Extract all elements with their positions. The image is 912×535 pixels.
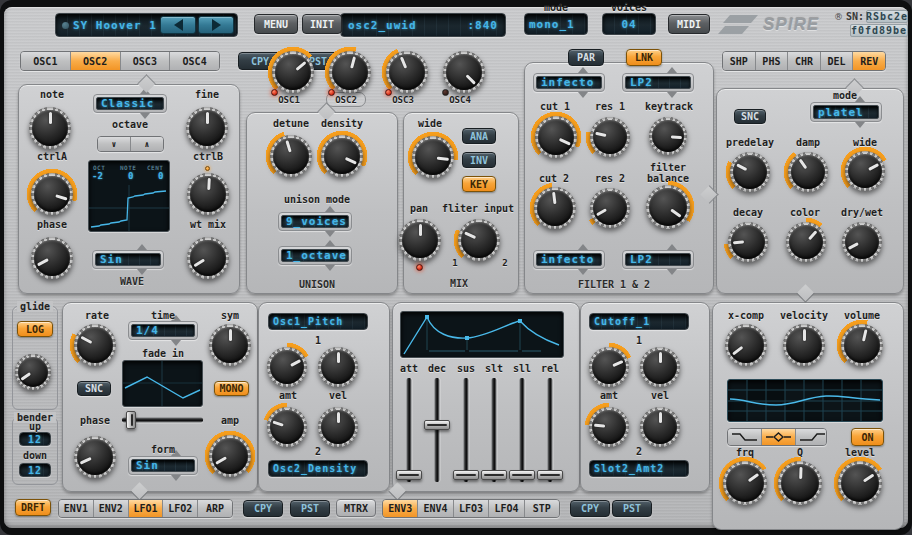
tab-env2[interactable]: ENV2 [94, 500, 129, 517]
lfo-time-dropdown[interactable]: 1/4 [128, 321, 198, 340]
init-button[interactable]: INIT [302, 14, 342, 34]
filter-input-knob[interactable] [456, 217, 502, 263]
octave-down-button[interactable]: ∨ [98, 137, 131, 151]
eq-display[interactable] [727, 379, 883, 422]
color-knob[interactable] [784, 220, 828, 264]
level-knob[interactable] [836, 459, 884, 507]
phase-knob[interactable] [29, 235, 75, 281]
peak-band-button[interactable] [762, 429, 796, 445]
filter2-slope-dropdown[interactable]: LP2 [622, 250, 694, 269]
tab-phaser[interactable]: PHS [756, 52, 789, 70]
midi-button[interactable]: MIDI [668, 14, 710, 34]
lfo-phase-knob[interactable] [72, 434, 118, 480]
xcomp-knob[interactable] [723, 322, 769, 368]
slider-handle[interactable] [481, 470, 507, 480]
lfo-slot2-display[interactable]: Osc2_Density [268, 460, 368, 477]
fine-knob[interactable] [184, 105, 230, 151]
note-knob[interactable] [27, 105, 73, 151]
lfo-vel2-knob[interactable] [316, 405, 360, 449]
slider-handle[interactable] [453, 470, 479, 480]
lfo-amp-knob[interactable] [207, 433, 253, 479]
att-slider[interactable] [396, 378, 422, 482]
tab-env3[interactable]: ENV3 [383, 500, 418, 517]
invert-button[interactable]: INV [462, 152, 496, 168]
osc2-level-knob[interactable] [327, 49, 373, 95]
tab-lfo1[interactable]: LFO1 [129, 500, 164, 517]
drift-button[interactable]: DRFT [15, 499, 51, 516]
tab-env4[interactable]: ENV4 [418, 500, 453, 517]
reverb-mode-dropdown[interactable]: platel [810, 102, 882, 122]
ctrla-knob[interactable] [29, 171, 75, 217]
lfo-amt1-knob[interactable] [265, 345, 309, 389]
wtmix-knob[interactable] [185, 235, 231, 281]
env-slot1-display[interactable]: Cutoff_1 [589, 313, 689, 330]
res2-knob[interactable] [588, 186, 632, 230]
sll-slider[interactable] [509, 378, 535, 482]
lfo-rate-knob[interactable] [72, 322, 118, 368]
filter-balance-knob[interactable] [644, 183, 692, 231]
osc-wave-type-dropdown[interactable]: Classic [93, 94, 167, 113]
tab-arp[interactable]: ARP [198, 500, 232, 517]
tab-chorus[interactable]: CHR [788, 52, 821, 70]
ctrlb-knob[interactable] [185, 171, 231, 217]
keytrack-knob[interactable] [647, 115, 689, 157]
osc4-level-knob[interactable] [441, 49, 487, 95]
env-amt1-knob[interactable] [587, 345, 631, 389]
reverb-sync-button[interactable]: SNC [734, 109, 766, 124]
env-vel1-knob[interactable] [638, 345, 682, 389]
predelay-knob[interactable] [728, 150, 772, 194]
mod-copy-button[interactable]: CPY [243, 500, 283, 517]
velocity-knob[interactable] [781, 322, 827, 368]
eq-on-button[interactable]: ON [851, 428, 884, 446]
tab-env1[interactable]: ENV1 [59, 500, 94, 517]
low-shelf-button[interactable] [728, 429, 762, 445]
high-shelf-button[interactable] [796, 429, 827, 445]
voices-display[interactable]: 04 [602, 13, 656, 35]
lfo-sync-button[interactable]: SNC [77, 381, 111, 396]
tab-osc2[interactable]: OSC2 [71, 52, 121, 70]
menu-button[interactable]: MENU [254, 14, 298, 34]
glide-log-button[interactable]: LOG [17, 321, 53, 337]
wave-form-dropdown[interactable]: Sin [92, 250, 164, 269]
analog-button[interactable]: ANA [462, 128, 496, 144]
drywet-knob[interactable] [840, 220, 884, 264]
prev-preset-button[interactable] [160, 16, 196, 34]
lfo-sym-knob[interactable] [207, 322, 253, 368]
slt-slider[interactable] [481, 378, 507, 482]
unison-octave-dropdown[interactable]: 1_octave [278, 246, 352, 265]
mod-paste-button[interactable]: PST [290, 500, 330, 517]
filter1-type-dropdown[interactable]: infecto [533, 73, 605, 92]
matrix-button[interactable]: MTRX [336, 499, 376, 517]
tab-osc1[interactable]: OSC1 [21, 52, 71, 70]
env-slot2-display[interactable]: Slot2_Amt2 [589, 460, 689, 477]
next-preset-button[interactable] [198, 16, 234, 34]
slider-handle[interactable] [509, 470, 535, 480]
cut1-knob[interactable] [533, 114, 579, 160]
pan-knob[interactable] [397, 217, 443, 263]
slider-handle[interactable] [424, 420, 450, 430]
dec-slider[interactable] [424, 378, 450, 482]
slider-handle[interactable] [126, 411, 136, 429]
unison-voices-dropdown[interactable]: 9_voices [278, 212, 352, 231]
mod2-paste-button[interactable]: PST [612, 500, 652, 517]
glide-knob[interactable] [13, 352, 53, 392]
tab-osc4[interactable]: OSC4 [170, 52, 219, 70]
lfo-amt2-knob[interactable] [265, 405, 309, 449]
lfo-slot1-display[interactable]: Osc1_Pitch [268, 313, 368, 330]
octave-up-button[interactable]: ∧ [131, 137, 163, 151]
osc3-level-knob[interactable] [384, 49, 430, 95]
decay-knob[interactable] [726, 220, 770, 264]
res1-knob[interactable] [588, 115, 632, 159]
slider-handle[interactable] [396, 470, 422, 480]
lfo-form-dropdown[interactable]: Sin [128, 456, 198, 475]
osc1-level-knob[interactable] [270, 49, 316, 95]
lfo-vel1-knob[interactable] [316, 345, 360, 389]
mod2-copy-button[interactable]: CPY [570, 500, 610, 517]
sus-slider[interactable] [453, 378, 479, 482]
mode-display[interactable]: mono_1 [524, 13, 588, 35]
frq-knob[interactable] [721, 459, 769, 507]
cut2-knob[interactable] [532, 185, 578, 231]
mix-wide-knob[interactable] [410, 134, 456, 180]
q-knob[interactable] [776, 459, 824, 507]
tab-lfo3[interactable]: LFO3 [454, 500, 489, 517]
